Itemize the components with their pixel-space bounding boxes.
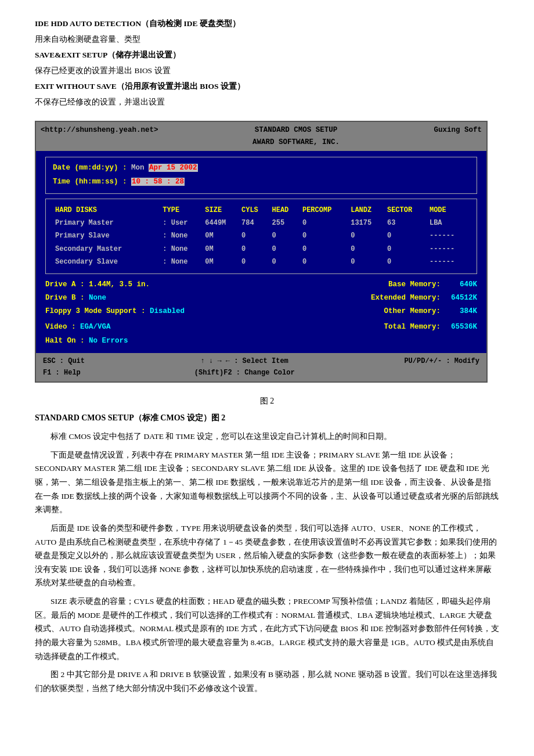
intro-line-6: 不保存已经修改的设置，并退出设置	[35, 96, 499, 109]
date-row: Date (mm:dd:yy) : Mon Apr 15 2002	[53, 162, 470, 174]
base-label: Base Memory:	[388, 279, 441, 291]
hd-size-3: 0M	[203, 255, 239, 268]
para-4: SIZE 表示硬盘的容量；CYLS 硬盘的柱面数；HEAD 硬盘的磁头数；PRE…	[35, 595, 499, 663]
intro-line-1: IDE HDD AUTO DETECTION（自动检测 IDE 硬盘类型）	[35, 17, 499, 31]
drive-info: Drive A : 1.44M, 3.5 in. Drive B : None …	[45, 279, 283, 347]
hd-type-1: : None	[160, 229, 203, 242]
hd-head-3: 0	[269, 255, 300, 268]
extended-label: Extended Memory:	[371, 292, 441, 304]
hd-col-sector: SECTOR	[385, 204, 427, 217]
hd-name-0: Primary Master	[53, 217, 160, 229]
hd-size-0: 6449M	[203, 217, 239, 229]
hd-type-3: : None	[160, 255, 203, 268]
figure-caption-text: 图 2	[260, 397, 275, 405]
intro-desc-2: 保存已经更改的设置并退出 BIOS 设置	[35, 66, 171, 75]
floppy-label: Floppy 3 Mode Support :	[45, 307, 150, 315]
hd-row-primary-slave: Primary Slave : None 0M 0 0 0 0 0 ------	[53, 229, 470, 242]
base-val: 640K	[445, 279, 477, 291]
footer-shift-f2: (Shift)F2 : Change Color	[194, 369, 295, 377]
hd-type-2: : None	[160, 243, 203, 255]
hd-col-percomp: PERCOMP	[300, 204, 348, 217]
hd-table-head: HARD DISKS TYPE SIZE CYLS HEAD PERCOMP L…	[53, 204, 470, 217]
hd-mode-1: ------	[427, 229, 470, 242]
drive-a-text: Drive A : 1.44M, 3.5 in.	[45, 280, 150, 289]
hd-head-2: 0	[269, 243, 300, 255]
hd-name-3: Secondary Slave	[53, 255, 160, 268]
memory-info: Base Memory: 640K Extended Memory: 64512…	[283, 279, 477, 347]
intro-line-5: EXIT WITHOUT SAVE（沿用原有设置并退出 BIOS 设置）	[35, 80, 499, 93]
time-highlight: 10 : 58 : 28	[131, 178, 185, 186]
bios-footer: ESC : Quit F1 : Help ↑ ↓ → ← : Select It…	[36, 353, 486, 381]
hd-cyls-0: 784	[239, 217, 269, 229]
hd-type-0: : User	[160, 217, 203, 229]
hd-landz-1: 0	[348, 229, 385, 242]
drive-b-val: None	[89, 294, 106, 302]
hd-head-1: 0	[269, 229, 300, 242]
hd-col-mode: MODE	[427, 204, 470, 217]
hd-percomp-1: 0	[300, 229, 348, 242]
extended-memory-row: Extended Memory: 64512K	[283, 292, 477, 304]
bios-header-center: STANDARD CMOS SETUP AWARD SOFTWARE, INC.	[158, 124, 434, 149]
para-5: 图 2 中其它部分是 DRIVE A 和 DRIVE B 软驱设置，如果没有 B…	[35, 668, 499, 695]
bios-header: <http://shunsheng.yeah.net> STANDARD CMO…	[36, 122, 486, 152]
total-label: Total Memory:	[384, 321, 441, 333]
bios-title2: AWARD SOFTWARE, INC.	[252, 138, 340, 146]
hd-landz-0: 13175	[348, 217, 385, 229]
hd-col-type: TYPE	[160, 204, 203, 217]
total-memory-row: Total Memory: 65536K	[283, 321, 477, 333]
video-val: EGA/VGA	[80, 323, 111, 331]
hd-sector-3: 0	[385, 255, 427, 268]
other-memory-row: Other Memory: 384K	[283, 305, 477, 318]
intro-line-2: 用来自动检测硬盘容量、类型	[35, 33, 499, 46]
hd-section: HARD DISKS TYPE SIZE CYLS HEAD PERCOMP L…	[45, 199, 477, 274]
hd-name-2: Secondary Master	[53, 243, 160, 255]
hd-percomp-0: 0	[300, 217, 348, 229]
hd-landz-3: 0	[348, 255, 385, 268]
base-memory-row: Base Memory: 640K	[283, 279, 477, 291]
hd-col-cyls: CYLS	[239, 204, 269, 217]
hd-col-landz: LANDZ	[348, 204, 385, 217]
hd-col-size: SIZE	[203, 204, 239, 217]
hd-table: HARD DISKS TYPE SIZE CYLS HEAD PERCOMP L…	[53, 204, 470, 269]
time-label: Time (hh:mm:ss) :	[53, 178, 127, 186]
hd-mode-0: LBA	[427, 217, 470, 229]
intro-desc-3: 不保存已经修改的设置，并退出设置	[35, 98, 165, 106]
hd-size-1: 0M	[203, 229, 239, 242]
video-label: Video :	[45, 323, 80, 331]
hd-cyls-2: 0	[239, 243, 269, 255]
intro-desc-1: 用来自动检测硬盘容量、类型	[35, 35, 140, 44]
footer-right: PU/PD/+/- : Modify	[404, 355, 479, 379]
video-row: Video : EGA/VGA	[45, 321, 283, 333]
total-val: 65536K	[445, 321, 477, 333]
halt-label: Halt On :	[45, 337, 89, 345]
hd-name-1: Primary Slave	[53, 229, 160, 242]
intro-block: IDE HDD AUTO DETECTION（自动检测 IDE 硬盘类型） 用来…	[35, 17, 499, 109]
floppy-val: Disabled	[150, 307, 185, 315]
drive-a: Drive A : 1.44M, 3.5 in.	[45, 279, 283, 291]
hd-col-name: HARD DISKS	[53, 204, 160, 217]
hd-landz-2: 0	[348, 243, 385, 255]
para-2: 下面是硬盘情况设置，列表中存在 PRIMARY MASTER 第一组 IDE 主…	[35, 448, 499, 517]
date-label: Date (mm:dd:yy) :	[53, 164, 127, 172]
intro-line-3: SAVE&EXIT SETUP（储存并退出设置）	[35, 49, 499, 62]
bios-header-brand: Guxing Soft	[434, 124, 482, 136]
date-day: Mon	[131, 164, 149, 172]
hd-size-2: 0M	[203, 243, 239, 255]
hd-row-primary-master: Primary Master : User 6449M 784 255 0 13…	[53, 217, 470, 229]
bios-header-url: <http://shunsheng.yeah.net>	[41, 124, 158, 136]
hd-sector-1: 0	[385, 229, 427, 242]
footer-middle: ↑ ↓ → ← : Select Item (Shift)F2 : Change…	[194, 355, 295, 379]
hd-cyls-1: 0	[239, 229, 269, 242]
hd-sector-2: 0	[385, 243, 427, 255]
intro-term-2: SAVE&EXIT SETUP（储存并退出设置）	[35, 51, 181, 59]
drive-b: Drive B : None	[45, 292, 283, 304]
date-highlight: Apr 15 2002	[149, 164, 198, 172]
footer-f1: F1 : Help	[43, 369, 81, 377]
para-3: 后面是 IDE 设备的类型和硬件参数，TYPE 用来说明硬盘设备的类型，我们可以…	[35, 521, 499, 590]
floppy-row: Floppy 3 Mode Support : Disabled	[45, 305, 283, 318]
hd-col-head: HEAD	[269, 204, 300, 217]
intro-line-4: 保存已经更改的设置并退出 BIOS 设置	[35, 64, 499, 78]
hd-sector-0: 63	[385, 217, 427, 229]
time-row: Time (hh:mm:ss) : 10 : 58 : 28	[53, 176, 470, 188]
bios-body: Date (mm:dd:yy) : Mon Apr 15 2002 Time (…	[36, 151, 486, 353]
